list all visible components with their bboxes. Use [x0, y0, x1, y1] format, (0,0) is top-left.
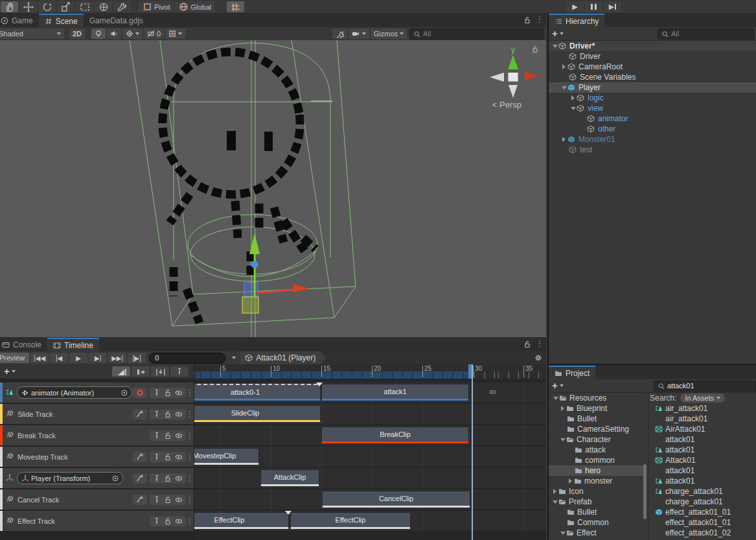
- lock-icon[interactable]: [164, 517, 172, 525]
- search-scope-dropdown[interactable]: In Assets: [680, 393, 725, 403]
- track-menu-icon[interactable]: ⋮: [186, 495, 194, 504]
- asset-row[interactable]: air_attack01: [650, 403, 756, 414]
- clip-movestep[interactable]: MovestepClip: [194, 448, 259, 465]
- object-picker-icon[interactable]: [120, 389, 128, 396]
- hierarchy-item-other[interactable]: other: [549, 124, 756, 134]
- folder-hero[interactable]: hero: [549, 465, 644, 476]
- timeline-ruler[interactable]: 5 10 15 20 25 30 35: [194, 364, 546, 379]
- play-button[interactable]: ▶: [566, 1, 584, 12]
- tab-gamedata[interactable]: GameData.gdjs: [84, 14, 149, 27]
- scene-effects-dropdown[interactable]: [122, 29, 143, 39]
- panel-lock-icon[interactable]: [523, 16, 531, 23]
- folder-prefab-common[interactable]: Common: [549, 517, 644, 528]
- track-header-animator[interactable]: animator (Animator) ⋮: [0, 382, 194, 403]
- folder-prefab[interactable]: Prefab: [549, 497, 644, 507]
- step-button[interactable]: ▶: [604, 1, 621, 12]
- track-header-player-transform[interactable]: Player (Transform) ⋮: [0, 468, 194, 488]
- hand-tool-button[interactable]: [1, 1, 18, 12]
- tab-scene[interactable]: Scene: [39, 14, 84, 27]
- project-create-dropdown[interactable]: +: [552, 382, 564, 389]
- scene-camera-dropdown[interactable]: [349, 29, 369, 39]
- playhead-line[interactable]: [472, 364, 473, 540]
- goto-end-button[interactable]: ▶▶|: [108, 353, 126, 363]
- pin-icon[interactable]: [153, 410, 161, 418]
- timeline-lock-icon[interactable]: [523, 340, 531, 347]
- frame-field[interactable]: 0: [149, 353, 225, 364]
- preview-toggle[interactable]: Preview: [0, 353, 29, 363]
- tab-game[interactable]: Game: [0, 14, 39, 27]
- clip-attack1[interactable]: attack1: [321, 384, 469, 401]
- clip-attack0-1[interactable]: attack0-1: [194, 384, 321, 401]
- shading-mode-dropdown[interactable]: Shaded: [0, 29, 64, 39]
- track-menu-icon[interactable]: ⋮: [186, 452, 194, 462]
- clip-slide[interactable]: SlideClip: [194, 405, 321, 422]
- pin-icon[interactable]: [153, 517, 161, 525]
- hierarchy-item-logic[interactable]: logic: [549, 93, 756, 103]
- track-header-movestep[interactable]: Movestep Track ⋮: [0, 447, 194, 467]
- rotate-tool-button[interactable]: [38, 1, 56, 12]
- asset-row[interactable]: attack01: [650, 465, 756, 476]
- 2d-toggle[interactable]: 2D: [69, 29, 85, 39]
- pin-icon[interactable]: [153, 389, 161, 397]
- lane-effect[interactable]: EffectClip EffectClip: [194, 511, 546, 531]
- hierarchy-item-scene-variables[interactable]: Scene Variables: [549, 72, 756, 82]
- folder-attack[interactable]: attack: [549, 445, 644, 455]
- rect-tool-button[interactable]: [76, 1, 93, 12]
- clip-effect1[interactable]: EffectClip: [194, 512, 289, 529]
- lane-cancel[interactable]: CancelClip: [194, 489, 546, 510]
- gizmos-dropdown[interactable]: Gizmos: [371, 29, 407, 39]
- mute-eye-icon[interactable]: [175, 410, 183, 418]
- grid-visibility-dropdown[interactable]: [165, 29, 185, 39]
- pin-icon[interactable]: [153, 453, 161, 461]
- clip-cancel[interactable]: CancelClip: [322, 491, 470, 508]
- lock-icon[interactable]: [164, 410, 172, 418]
- pivot-toggle[interactable]: Pivot: [139, 1, 174, 12]
- tab-project[interactable]: Project: [549, 366, 595, 379]
- scene-lighting-toggle[interactable]: [91, 29, 106, 39]
- hierarchy-item-cameraroot[interactable]: CameraRoot: [549, 62, 756, 72]
- hierarchy-item-view[interactable]: view: [549, 103, 756, 113]
- hierarchy-item-player[interactable]: Player: [549, 82, 756, 93]
- scene-search-input[interactable]: All: [409, 29, 544, 40]
- curves-button[interactable]: [133, 452, 147, 462]
- asset-row[interactable]: attack01: [650, 434, 756, 445]
- panel-menu-icon[interactable]: ⋮: [536, 16, 544, 23]
- folder-bullet[interactable]: Bullet: [549, 414, 644, 424]
- folder-camerasetting[interactable]: CameraSetting: [549, 424, 644, 434]
- asset-row[interactable]: attack01: [650, 445, 756, 455]
- timeline-settings-gear-icon[interactable]: [534, 354, 542, 362]
- pin-icon[interactable]: [153, 432, 161, 440]
- track-menu-icon[interactable]: ⋮: [186, 410, 194, 419]
- curves-button[interactable]: [133, 495, 147, 505]
- pause-button[interactable]: [585, 1, 602, 12]
- pin-icon[interactable]: [153, 496, 161, 504]
- ripple-mode-button[interactable]: [132, 366, 150, 377]
- clip-attack[interactable]: AttackClip: [260, 469, 319, 486]
- hierarchy-item-test[interactable]: test: [549, 145, 756, 155]
- replace-mode-button[interactable]: [151, 366, 169, 377]
- hierarchy-item-driver[interactable]: Driver: [549, 51, 756, 62]
- global-toggle[interactable]: Global: [175, 1, 215, 12]
- lock-icon[interactable]: [164, 432, 172, 440]
- folder-resources[interactable]: Resources: [549, 393, 644, 403]
- next-frame-button[interactable]: ▶|: [89, 353, 107, 363]
- gizmo-lock-icon[interactable]: [531, 45, 539, 53]
- frame-dropdown[interactable]: [232, 357, 236, 359]
- track-header-effect[interactable]: Effect Track ⋮: [0, 511, 194, 531]
- folder-icon[interactable]: Icon: [549, 486, 644, 497]
- scene-tools-button[interactable]: [332, 29, 347, 39]
- folder-prefab-bullet[interactable]: Bullet: [549, 507, 644, 517]
- lane-slide[interactable]: SlideClip: [194, 404, 546, 424]
- move-tool-button[interactable]: [19, 1, 37, 12]
- timeline-menu-icon[interactable]: ⋮: [536, 340, 544, 347]
- folder-character[interactable]: Character: [549, 434, 644, 445]
- asset-row[interactable]: Attack01: [650, 455, 756, 465]
- lock-icon[interactable]: [164, 496, 172, 504]
- hierarchy-search-input[interactable]: All: [658, 29, 755, 40]
- grid-snap-toggle[interactable]: [227, 1, 244, 12]
- clip-effect2[interactable]: EffectClip: [290, 512, 411, 529]
- folder-common[interactable]: common: [549, 455, 644, 465]
- scene-viewport[interactable]: y x <Persp: [0, 40, 546, 337]
- asset-row[interactable]: air_attack01: [650, 414, 756, 424]
- mute-eye-icon[interactable]: [175, 389, 183, 397]
